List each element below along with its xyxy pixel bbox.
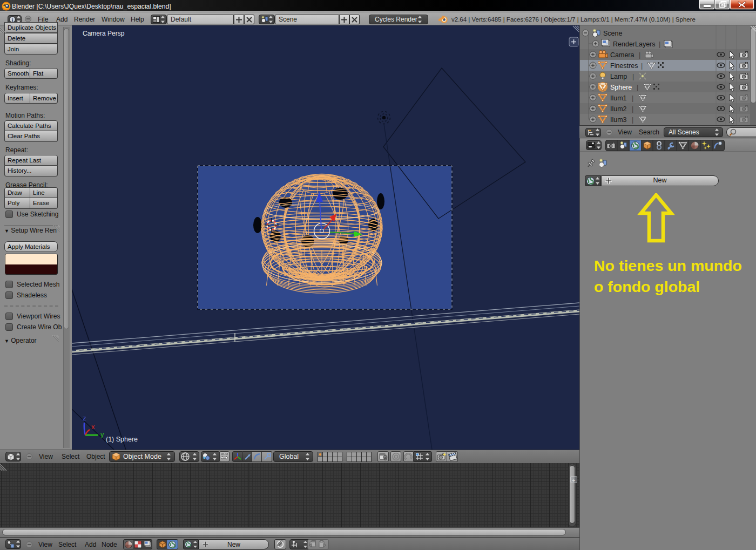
svg-text:RenderLayers: RenderLayers [613,40,656,48]
svg-text:Scene: Scene [603,30,622,37]
svg-text:Finestres: Finestres [610,62,638,70]
svg-text:Sphere: Sphere [610,84,632,91]
svg-text:|: | [659,40,660,48]
svg-text:Ilum3: Ilum3 [610,116,627,124]
svg-text:Camera Persp: Camera Persp [83,30,125,37]
svg-text:|: | [632,105,633,113]
svg-text:y: y [100,430,104,438]
svg-text:Ilum1: Ilum1 [610,94,627,102]
svg-text:z: z [83,414,86,422]
svg-text:|: | [632,73,634,80]
svg-text:Lamp: Lamp [610,73,627,80]
svg-text:|: | [641,62,643,70]
svg-text:Ilum2: Ilum2 [610,105,627,113]
svg-text:(1) Sphere: (1) Sphere [106,436,138,443]
svg-text:|: | [632,94,633,102]
svg-text:|: | [639,51,640,59]
svg-text:Camera: Camera [610,51,634,59]
svg-text:|: | [637,84,638,91]
svg-text:|: | [632,116,633,124]
svg-text:x: x [91,423,95,431]
